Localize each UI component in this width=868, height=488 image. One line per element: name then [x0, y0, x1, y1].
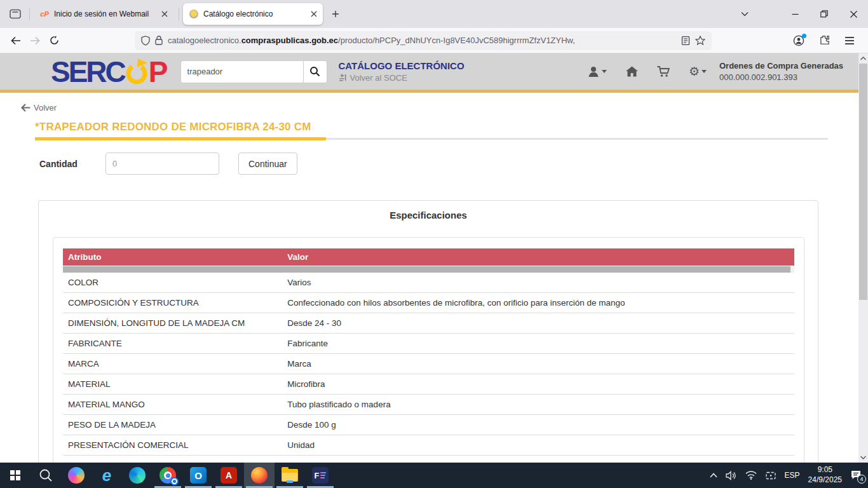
spec-value-cell: Tubo plastificado o madera: [282, 395, 794, 415]
spec-row: COMPOSICIÓN Y ESTRUCTURAConfeccionado co…: [63, 293, 794, 313]
restore-icon: [820, 10, 828, 18]
spec-row: DIMENSIÓN, LONGITUD DE LA MADEJA CMDesde…: [63, 313, 794, 334]
spec-value-cell: Desde 24 - 30: [282, 313, 794, 334]
tab-title: Catálogo electrónico: [203, 10, 306, 18]
spec-row: PRESENTACIÓN COMERCIALUnidad: [63, 435, 794, 456]
chevron-down-icon: [860, 456, 866, 459]
taskbar-file-explorer-button[interactable]: [275, 463, 305, 488]
taskbar-chrome-button[interactable]: [153, 463, 183, 488]
acrobat-reader-icon: A: [220, 467, 237, 484]
page-scrollbar[interactable]: [858, 53, 868, 463]
scrollbar-thumb[interactable]: [859, 64, 867, 300]
reload-button[interactable]: [44, 31, 64, 50]
site-header: SERCP CATÁLOGO ELECTRÓNICO Volver al SOC…: [0, 53, 868, 93]
fiery-app-icon: F: [312, 467, 329, 484]
close-tab-icon[interactable]: [311, 11, 317, 17]
firefox-view-icon: [10, 9, 21, 19]
spec-value-cell: Unidad: [282, 435, 794, 456]
lock-icon[interactable]: [155, 36, 163, 45]
file-explorer-icon: [281, 469, 298, 482]
url-bar[interactable]: catalogoelectronico.compraspublicas.gob.…: [135, 31, 712, 50]
volver-al-soce-link[interactable]: Volver al SOCE: [339, 73, 465, 83]
forward-button[interactable]: [25, 31, 44, 50]
spec-attribute-cell: DIMENSIÓN, LONGITUD DE LA MADEJA CM: [63, 313, 282, 334]
taskbar-acrobat-button[interactable]: A: [214, 463, 244, 488]
tab-catalogo[interactable]: Catálogo electrónico: [183, 3, 323, 25]
scroll-down-button[interactable]: [858, 452, 868, 463]
firefox-view-button[interactable]: [5, 4, 25, 24]
tab-separator: [179, 8, 179, 20]
close-tab-icon[interactable]: [161, 11, 168, 17]
close-window-button[interactable]: [839, 0, 868, 28]
arrow-left-icon: [21, 104, 31, 112]
spec-value-cell: Para limpiar, secar y abrillantar pisos …: [282, 456, 794, 463]
back-icon: [11, 36, 21, 45]
sercop-logo[interactable]: SERCP: [51, 57, 166, 86]
taskbar-fiery-app-button[interactable]: F: [305, 463, 336, 488]
volume-button[interactable]: [726, 471, 737, 480]
horizontal-scrollbar-track[interactable]: [63, 266, 794, 273]
scroll-up-button[interactable]: [858, 53, 868, 64]
start-button[interactable]: [0, 463, 31, 488]
bookmark-star-icon[interactable]: [695, 36, 705, 45]
internet-explorer-icon: e: [102, 467, 111, 484]
search-input[interactable]: [180, 60, 303, 83]
logo-text-c: C: [105, 57, 125, 86]
spec-attribute-cell: FABRICANTE: [63, 334, 282, 354]
home-button[interactable]: [626, 66, 638, 77]
account-button[interactable]: [789, 31, 808, 50]
back-link[interactable]: Volver: [21, 103, 868, 112]
spec-row: MATERIAL MANGOTubo plastificado o madera: [63, 395, 794, 415]
restore-button[interactable]: [810, 0, 839, 28]
shield-icon[interactable]: [141, 36, 150, 46]
taskbar-search-button[interactable]: [31, 463, 61, 488]
menu-button[interactable]: [840, 31, 859, 50]
browser-tab-strip: cP Inicio de sesión en Webmail Catálogo …: [0, 0, 868, 28]
orders-number: 000.000.002.901.393: [719, 72, 854, 83]
user-menu-button[interactable]: [588, 66, 607, 78]
chevron-down-icon: [702, 70, 707, 73]
logo-text-ser: SER: [51, 57, 105, 86]
minimize-button[interactable]: [780, 0, 810, 28]
search-icon: [309, 66, 320, 77]
chevron-up-icon: [860, 57, 866, 60]
taskbar-outlook-button[interactable]: O: [183, 463, 214, 488]
display-connect-button[interactable]: [765, 471, 776, 480]
extensions-puzzle-icon: [819, 35, 830, 46]
show-hidden-icons-button[interactable]: [710, 473, 717, 478]
specifications-card: Especificaciones Atributo Valor COLORVar…: [38, 200, 818, 463]
spec-col-atributo: Atributo: [63, 248, 282, 266]
cart-button[interactable]: [657, 66, 670, 78]
clock[interactable]: 9:05 24/9/2025: [808, 465, 842, 485]
back-button[interactable]: [6, 31, 25, 50]
spec-attribute-cell: MATERIAL MANGO: [63, 395, 282, 415]
quantity-input[interactable]: [105, 152, 219, 175]
list-all-tabs-button[interactable]: [735, 4, 755, 24]
firefox-icon: [251, 467, 268, 484]
spec-attribute-cell: PRESENTACIÓN COMERCIAL: [63, 435, 282, 456]
reader-mode-icon[interactable]: [681, 36, 690, 45]
continue-button[interactable]: Continuar: [238, 152, 297, 175]
settings-menu-button[interactable]: ⚙: [689, 65, 707, 78]
title-underline: [35, 137, 868, 140]
tab-webmail[interactable]: cP Inicio de sesión en Webmail: [34, 3, 173, 25]
site-title: CATÁLOGO ELECTRÓNICO: [339, 60, 465, 71]
horizontal-scrollbar-thumb[interactable]: [63, 266, 790, 273]
page-viewport: SERCP CATÁLOGO ELECTRÓNICO Volver al SOC…: [0, 53, 868, 463]
new-tab-button[interactable]: [327, 5, 344, 23]
forward-icon: [30, 36, 40, 45]
taskbar-copilot-button[interactable]: [61, 463, 92, 488]
spec-row: USOPara limpiar, secar y abrillantar pis…: [63, 456, 794, 463]
extensions-button[interactable]: [815, 31, 834, 50]
close-icon: [850, 11, 857, 18]
taskbar-internet-explorer-button[interactable]: e: [92, 463, 122, 488]
search-button[interactable]: [303, 60, 327, 83]
action-center-button[interactable]: 4: [850, 470, 862, 480]
spec-attribute-cell: USO: [63, 456, 282, 463]
taskbar-firefox-button[interactable]: [244, 463, 275, 488]
spec-value-cell: Confeccionado con hilos absorbentes de m…: [282, 293, 794, 313]
taskbar-edge-button[interactable]: [122, 463, 153, 488]
language-indicator[interactable]: ESP: [785, 471, 800, 480]
wifi-button[interactable]: [745, 471, 757, 480]
cpanel-favicon-icon: cP: [39, 9, 50, 19]
